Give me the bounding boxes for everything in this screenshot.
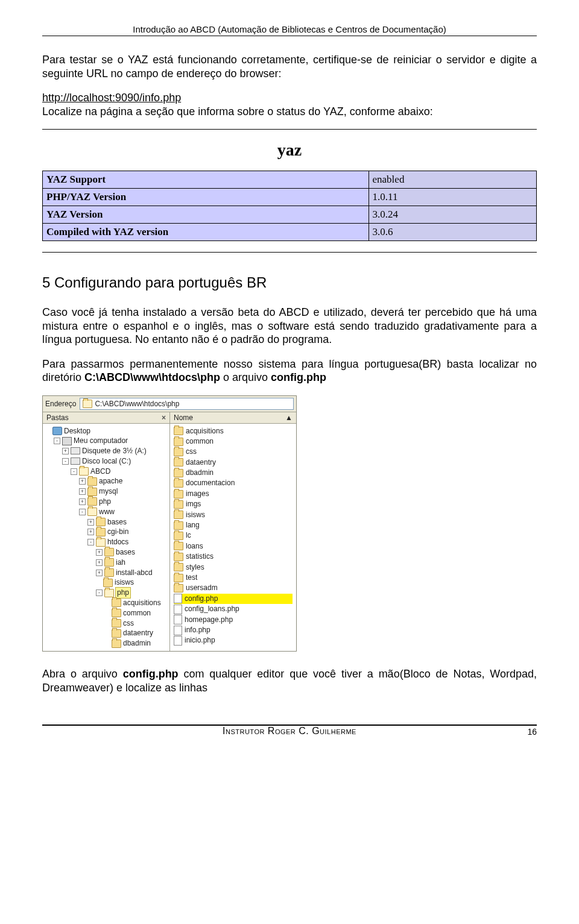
folder-icon	[104, 568, 114, 577]
folder-icon	[104, 589, 114, 597]
yaz-section: yaz YAZ Support enabled PHP/YAZ Version …	[42, 129, 537, 253]
tree-item[interactable]: +apache	[79, 476, 202, 486]
item-label: common	[186, 436, 214, 447]
list-item[interactable]: common	[174, 436, 293, 447]
folder-icon	[174, 563, 183, 571]
tree-item[interactable]: +mysql	[79, 486, 202, 497]
folder-icon	[174, 479, 183, 488]
floppy-icon	[71, 447, 80, 454]
tree-item[interactable]: common	[104, 608, 227, 618]
closing-file: config.php	[123, 668, 179, 680]
tree-item[interactable]: acquisitions	[104, 598, 227, 608]
folder-icon	[174, 521, 183, 530]
section5-p2: Para passarmos permanentemente nosso sis…	[42, 357, 537, 385]
tree-item[interactable]: dataentry	[104, 628, 227, 638]
table-row: Compiled with YAZ version 3.0.6	[43, 224, 537, 241]
folder-icon	[174, 490, 183, 498]
folder-icon	[174, 500, 183, 509]
folder-icon	[112, 599, 121, 607]
info-url-link[interactable]: http://localhost:9090/info.php	[42, 92, 181, 104]
folder-icon	[174, 542, 183, 550]
folder-icon	[112, 640, 121, 648]
file-icon	[174, 626, 182, 635]
tree-item[interactable]: +cgi-bin	[87, 527, 210, 537]
folder-icon	[174, 584, 183, 592]
list-item[interactable]: acquisitions	[174, 426, 293, 436]
folder-icon	[96, 528, 106, 536]
file-icon	[174, 636, 182, 646]
item-label: css	[186, 447, 197, 457]
section-5-title: 5 Configurando para português BR	[42, 274, 537, 291]
yaz-label: YAZ Version	[43, 206, 369, 224]
intro-url-block: http://localhost:9090/info.php Localize …	[42, 91, 537, 118]
tree-item[interactable]: +iah	[96, 558, 219, 568]
config-file: config.php	[271, 371, 326, 383]
desktop-icon	[52, 427, 62, 435]
explorer-window: Endereço C:\ABCD\www\htdocs\php Pastas ×…	[42, 395, 297, 652]
folder-icon	[174, 427, 183, 435]
footer-instructor: Instrutor Roger C. Guilherme	[66, 726, 513, 737]
tree-floppy[interactable]: +Disquete de 3½ (A:)	[62, 446, 185, 456]
folder-icon	[112, 629, 121, 638]
tree-item[interactable]: isisws	[96, 577, 219, 588]
folder-icon	[87, 508, 97, 516]
folder-icon	[83, 400, 92, 408]
folder-tree: Desktop -Meu computador +Disquete de 3½ …	[43, 424, 169, 652]
table-row: YAZ Version 3.0.24	[43, 206, 537, 224]
tree-item[interactable]: css	[104, 618, 227, 629]
folder-icon	[174, 438, 183, 446]
address-value: C:\ABCD\www\htdocs\php	[95, 400, 179, 408]
config-path: C:\ABCD\www\htdocs\php	[84, 371, 220, 383]
tree-disk-c[interactable]: -Disco local (C:) -ABCD +apache +mysql	[62, 456, 185, 649]
folder-icon	[87, 488, 97, 496]
close-icon[interactable]: ×	[162, 413, 166, 422]
tree-www[interactable]: -www +bases +cgi-bin -htdocs	[79, 507, 202, 649]
tree-item[interactable]: +bases	[87, 517, 210, 527]
tree-item[interactable]: +php	[79, 497, 202, 507]
yaz-label: YAZ Support	[43, 171, 369, 189]
folder-icon	[174, 469, 183, 477]
file-icon	[174, 615, 182, 624]
tree-desktop[interactable]: Desktop -Meu computador +Disquete de 3½ …	[45, 426, 168, 649]
file-icon	[174, 605, 182, 614]
table-row: PHP/YAZ Version 1.0.11	[43, 189, 537, 206]
file-header[interactable]: Nome▲	[170, 412, 296, 424]
closing-a: Abra o arquivo	[42, 668, 123, 680]
yaz-table: YAZ Support enabled PHP/YAZ Version 1.0.…	[42, 171, 537, 241]
tree-item[interactable]: +bases	[96, 547, 219, 558]
folder-icon	[104, 558, 114, 567]
computer-icon	[62, 437, 72, 445]
address-input[interactable]: C:\ABCD\www\htdocs\php	[80, 398, 294, 410]
tree-php[interactable]: -php acquisitions common css	[96, 588, 219, 649]
drive-icon	[71, 457, 80, 465]
folder-icon	[174, 574, 183, 582]
file-icon	[174, 594, 182, 603]
folders-header: Pastas ×	[43, 412, 169, 424]
section5-p1: Caso você já tenha instalado a versão be…	[42, 306, 537, 347]
yaz-value: 3.0.6	[369, 224, 536, 241]
page-footer: Instrutor Roger C. Guilherme 16	[42, 724, 537, 737]
page-header: Introdução ao ABCD (Automação de Bibliot…	[42, 24, 537, 36]
folders-label: Pastas	[46, 413, 69, 422]
folder-icon	[96, 538, 106, 547]
folder-icon	[96, 518, 106, 526]
tree-mycomputer[interactable]: -Meu computador +Disquete de 3½ (A:) -Di…	[54, 436, 177, 649]
folder-icon	[87, 497, 97, 506]
list-item[interactable]: css	[174, 447, 293, 457]
folder-icon	[87, 477, 97, 486]
folder-icon	[174, 511, 183, 519]
folder-icon	[104, 548, 114, 556]
folder-icon	[79, 467, 89, 476]
tree-item[interactable]: dbadmin	[104, 638, 227, 649]
tree-htdocs[interactable]: -htdocs +bases +iah +install-abcd	[87, 537, 210, 649]
address-bar: Endereço C:\ABCD\www\htdocs\php	[43, 396, 296, 412]
section5-p2b: o arquivo	[220, 371, 271, 383]
tree-item[interactable]: +install-abcd	[96, 568, 219, 578]
item-label: acquisitions	[186, 426, 224, 436]
folder-icon	[112, 609, 121, 617]
yaz-label: PHP/YAZ Version	[43, 189, 369, 206]
closing-para: Abra o arquivo config.php com qualquer e…	[42, 667, 537, 694]
intro-p1: Para testar se o YAZ está funcionando co…	[42, 53, 537, 80]
yaz-label: Compiled with YAZ version	[43, 224, 369, 241]
table-row: YAZ Support enabled	[43, 171, 537, 189]
